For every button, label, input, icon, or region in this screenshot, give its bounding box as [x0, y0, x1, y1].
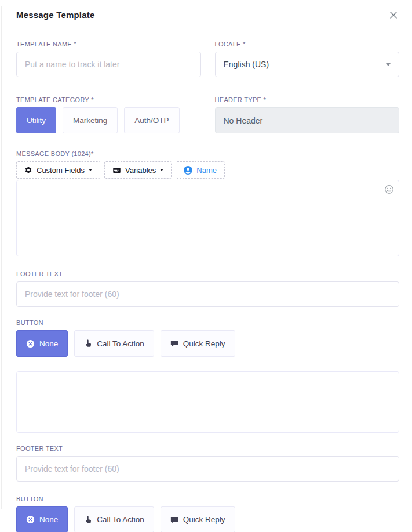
- button-quick-reply-label: Quick Reply: [183, 339, 225, 348]
- message-body-textarea[interactable]: [16, 180, 399, 256]
- header-type-value: No Header: [224, 116, 263, 125]
- circle-x-icon: [26, 515, 35, 524]
- locale-selected-value: English (US): [224, 60, 269, 69]
- modal-header: Message Template: [0, 0, 412, 30]
- variables-label: Variables: [125, 166, 156, 175]
- button-none-label: None: [39, 339, 58, 348]
- footer-text-input[interactable]: [16, 281, 399, 307]
- button-call-to-action-button[interactable]: Call To Action: [74, 330, 154, 357]
- locale-label: LOCALE *: [215, 41, 400, 48]
- button-none-button-2[interactable]: None: [16, 506, 68, 532]
- button-none-button[interactable]: None: [16, 330, 68, 357]
- template-category-label: TEMPLATE CATEGORY *: [16, 96, 201, 104]
- message-body-label: MESSAGE BODY (1024)*: [16, 150, 399, 158]
- chat-bubble-icon: [170, 516, 178, 524]
- button-quick-reply-label: Quick Reply: [183, 515, 225, 524]
- button-quick-reply-button-2[interactable]: Quick Reply: [161, 506, 235, 532]
- caret-down-icon: [386, 63, 391, 66]
- secondary-body-textarea[interactable]: [16, 371, 399, 433]
- locale-select[interactable]: English (US): [215, 52, 400, 77]
- emoji-smiley-icon: [384, 184, 394, 194]
- name-token-button[interactable]: Name: [176, 161, 225, 179]
- close-button[interactable]: [388, 9, 399, 21]
- caret-down-icon: [160, 169, 163, 171]
- chat-bubble-icon: [170, 339, 178, 348]
- circle-x-icon: [26, 339, 35, 348]
- hand-pointer-icon: [84, 339, 92, 348]
- custom-fields-dropdown-button[interactable]: Custom Fields: [16, 161, 100, 179]
- header-type-select-disabled: No Header: [215, 107, 400, 133]
- caret-down-icon: [89, 169, 92, 171]
- hand-pointer-icon: [84, 516, 92, 524]
- footer-text-label: FOOTER TEXT: [16, 270, 399, 278]
- category-marketing-button[interactable]: Marketing: [63, 107, 118, 133]
- gear-icon: [24, 166, 32, 174]
- footer-text-input-2[interactable]: [16, 456, 399, 482]
- button-type-label: BUTTON: [16, 495, 399, 503]
- modal-left-edge: [1, 6, 2, 509]
- button-none-label: None: [39, 515, 58, 524]
- custom-fields-label: Custom Fields: [37, 166, 85, 175]
- category-utility-button[interactable]: Utility: [16, 107, 56, 133]
- keyboard-icon: [112, 166, 121, 175]
- modal-body: TEMPLATE NAME * LOCALE * English (US) TE…: [0, 30, 412, 532]
- template-name-input[interactable]: [16, 52, 201, 77]
- button-type-label: BUTTON: [16, 319, 399, 327]
- person-circle-icon: [184, 166, 192, 175]
- button-quick-reply-button[interactable]: Quick Reply: [161, 330, 235, 357]
- button-call-to-action-button-2[interactable]: Call To Action: [74, 506, 154, 532]
- close-icon: [389, 10, 398, 20]
- header-type-label: HEADER TYPE *: [215, 96, 400, 104]
- emoji-picker-button[interactable]: [384, 184, 394, 194]
- variables-dropdown-button[interactable]: Variables: [104, 161, 172, 179]
- button-call-to-action-label: Call To Action: [97, 515, 144, 524]
- modal-title: Message Template: [16, 10, 94, 20]
- button-call-to-action-label: Call To Action: [97, 339, 144, 348]
- name-token-label: Name: [196, 166, 217, 175]
- footer-text-label: FOOTER TEXT: [16, 445, 399, 453]
- template-name-label: TEMPLATE NAME *: [16, 41, 201, 48]
- category-auth-otp-button[interactable]: Auth/OTP: [124, 107, 179, 133]
